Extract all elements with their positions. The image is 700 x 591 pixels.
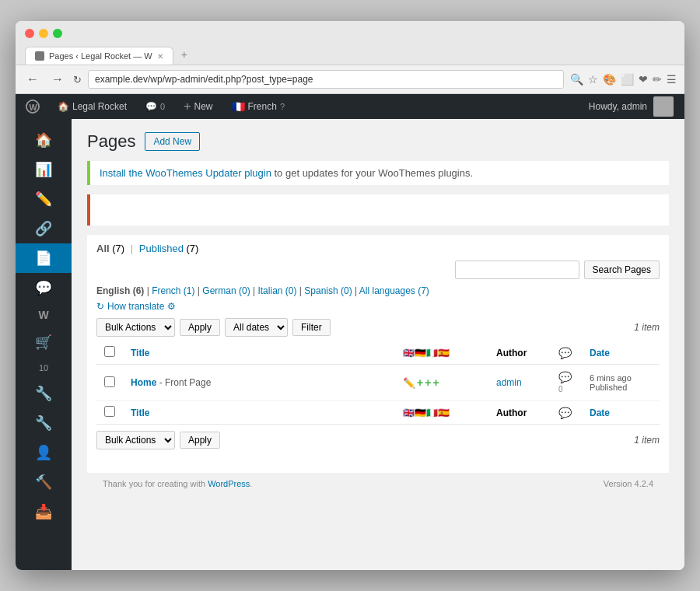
- add-flag-1-icon[interactable]: +: [417, 376, 423, 389]
- sidebar-item-comments[interactable]: 💬: [16, 273, 72, 302]
- all-status-link[interactable]: All: [96, 243, 110, 254]
- lang-spanish[interactable]: Spanish (0): [304, 285, 352, 296]
- select-all-footer-checkbox[interactable]: [104, 406, 115, 417]
- filter-button[interactable]: Filter: [292, 319, 331, 336]
- sidebar-item-media[interactable]: 🔗: [16, 214, 72, 243]
- sidebar-item-dashboard[interactable]: 🏠: [16, 125, 72, 155]
- maximize-button[interactable]: [53, 29, 62, 38]
- shop-icon: 🛒: [35, 334, 52, 351]
- adminbar-site[interactable]: 🏠 Legal Rocket: [53, 94, 131, 119]
- version-text: Version 4.2.4: [604, 479, 653, 488]
- pen-icon[interactable]: ✏: [653, 73, 662, 86]
- bulk-actions-bottom-select[interactable]: Bulk Actions: [96, 431, 175, 449]
- comments-column-header: 💬: [558, 347, 572, 359]
- date-filter-select[interactable]: All dates: [225, 318, 288, 337]
- title-column-header[interactable]: Title: [131, 348, 149, 358]
- tab-close-icon[interactable]: ✕: [157, 52, 163, 61]
- sidebar-item-plugins[interactable]: 🔧: [16, 408, 72, 438]
- flag-icon: 🇫🇷: [232, 100, 245, 113]
- ten-icon: 10: [39, 363, 48, 372]
- pages-icon: 📄: [35, 250, 52, 267]
- search-input[interactable]: [455, 261, 579, 279]
- sidebar-item-shop[interactable]: 🛒: [16, 327, 72, 357]
- translate-label: How translate: [107, 301, 164, 312]
- sidebar-item-users[interactable]: 👤: [16, 438, 72, 467]
- back-button[interactable]: ←: [23, 71, 42, 88]
- page-title-link[interactable]: Home: [131, 377, 156, 388]
- sidebar-item-woo[interactable]: W: [16, 302, 72, 327]
- sidebar-item-appearance[interactable]: 🔧: [16, 379, 72, 408]
- author-link[interactable]: admin: [496, 377, 522, 388]
- add-flag-2-icon[interactable]: +: [425, 376, 431, 389]
- star-icon[interactable]: ☆: [588, 73, 598, 86]
- adminbar-new[interactable]: + New: [179, 94, 217, 119]
- appearance-icon: 🔧: [35, 385, 52, 402]
- forward-button[interactable]: →: [48, 71, 67, 88]
- add-new-button[interactable]: Add New: [145, 132, 200, 151]
- translate-icon: ↻: [96, 301, 104, 312]
- adminbar-comments[interactable]: 💬 0: [141, 94, 170, 119]
- published-status-link[interactable]: Published: [139, 243, 184, 254]
- color-icon[interactable]: 🎨: [603, 73, 616, 86]
- heart-icon[interactable]: ❤: [639, 73, 648, 86]
- sidebar-item-posts[interactable]: ✏️: [16, 184, 72, 214]
- edit-flag-icon[interactable]: ✏️: [403, 377, 415, 389]
- sidebar-item-stats[interactable]: 📊: [16, 155, 72, 184]
- page-title: Pages: [87, 131, 135, 152]
- select-all-checkbox[interactable]: [104, 346, 115, 357]
- menu-icon[interactable]: ☰: [667, 73, 677, 86]
- adminbar-howdy[interactable]: Howdy, admin: [584, 94, 678, 119]
- minimize-button[interactable]: [39, 29, 48, 38]
- wordpress-link[interactable]: WordPress: [208, 479, 250, 488]
- plugins-icon: 🔧: [35, 414, 52, 432]
- flags-footer-header: 🇬🇧🇩🇪🇮🇹🇪🇸: [403, 407, 450, 418]
- pages-table: Title 🇬🇧🇩🇪🇮🇹🇪🇸 Author 💬: [96, 341, 660, 425]
- apply-bottom-button[interactable]: Apply: [180, 432, 220, 449]
- search-pages-button[interactable]: Search Pages: [584, 261, 660, 279]
- sidebar-item-tools[interactable]: 🔨: [16, 467, 72, 497]
- tab-favicon: [35, 51, 44, 61]
- notice-link[interactable]: Install the WooThemes Updater plugin: [100, 167, 271, 179]
- tools-icon: 🔨: [35, 474, 52, 491]
- row-checkbox[interactable]: [104, 376, 115, 387]
- new-tab-button[interactable]: +: [175, 44, 194, 65]
- url-text: example.dev/wp/wp-admin/edit.php?post_ty…: [95, 74, 557, 85]
- lang-all[interactable]: All languages (7): [359, 285, 429, 296]
- apply-top-button[interactable]: Apply: [180, 319, 220, 336]
- lang-french[interactable]: French (1): [152, 285, 194, 296]
- author-footer-header: Author: [496, 407, 527, 418]
- date-column-header[interactable]: Date: [590, 348, 610, 358]
- address-bar[interactable]: example.dev/wp/wp-admin/edit.php?post_ty…: [88, 70, 564, 89]
- lang-english[interactable]: English (6): [96, 285, 144, 296]
- red-accent-box: [87, 194, 669, 226]
- lang-german[interactable]: German (0): [202, 285, 250, 296]
- status-links: All (7) | Published (7): [96, 243, 660, 254]
- browser-tab[interactable]: Pages ‹ Legal Rocket — W ✕: [25, 47, 173, 65]
- close-button[interactable]: [25, 29, 34, 38]
- help-icon[interactable]: ?: [280, 102, 285, 111]
- row-flags: ✏️ + + +: [403, 376, 481, 389]
- sidebar-item-pages[interactable]: 📄: [16, 243, 72, 273]
- bulk-actions-top-select[interactable]: Bulk Actions: [96, 318, 175, 337]
- sidebar-item-settings[interactable]: 📥: [16, 497, 72, 526]
- flags-column-header: 🇬🇧🇩🇪🇮🇹🇪🇸: [403, 348, 450, 358]
- lang-italian[interactable]: Italian (0): [257, 285, 296, 296]
- title-footer-header[interactable]: Title: [131, 407, 149, 418]
- add-flag-3-icon[interactable]: +: [432, 376, 439, 389]
- date-footer-header[interactable]: Date: [590, 407, 610, 418]
- comments-icon: 💬: [145, 101, 157, 112]
- table-row: Home - Front Page ✏️ + + +: [96, 365, 660, 401]
- sidebar-item-ten[interactable]: 10: [16, 357, 72, 379]
- translate-settings-icon: ⚙: [167, 301, 176, 312]
- refresh-button[interactable]: ↻: [73, 74, 82, 86]
- window-icon[interactable]: ⬜: [621, 73, 634, 86]
- notice-box: Install the WooThemes Updater plugin to …: [87, 161, 669, 185]
- adminbar-language[interactable]: 🇫🇷 French ?: [227, 94, 289, 119]
- users-icon: 👤: [35, 444, 52, 461]
- search-icon[interactable]: 🔍: [570, 73, 583, 86]
- posts-icon: ✏️: [35, 191, 52, 208]
- item-count-bottom: 1 item: [634, 435, 660, 446]
- translate-hint[interactable]: ↻ How translate ⚙: [96, 301, 660, 312]
- footer-text: Thank you for creating with: [103, 479, 208, 488]
- top-action-bar: Bulk Actions Apply All dates Filter 1 it…: [96, 318, 660, 337]
